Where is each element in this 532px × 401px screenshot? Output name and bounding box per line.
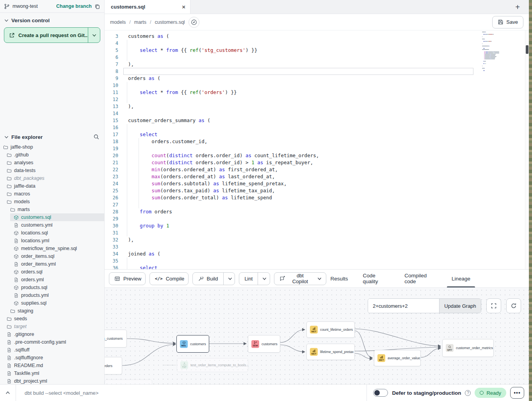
code-line-20[interactable]: 20 count(distinct orders.order_id) as co… [105, 152, 529, 159]
file-tree-item-metricflow-time-spine.sql[interactable]: metricflow_time_spine.sql [0, 245, 104, 252]
tab-customers-sql[interactable]: customers.sql × [105, 0, 190, 14]
lineage-node-stg_customers[interactable]: MDLstg_customers [105, 330, 127, 348]
panel-tab-code-quality[interactable]: Code quality [363, 270, 390, 287]
dbt-copilot-button[interactable]: dbt Copilot [274, 272, 326, 285]
code-line-34[interactable]: 34joined as ( [105, 250, 529, 257]
file-tree-item-customers.sql[interactable]: customers.sql [0, 213, 104, 221]
file-tree-item-order-items.sql[interactable]: order_items.sql [0, 252, 104, 260]
lineage-node-customer_order_metrics[interactable]: QRYcustomer_order_metrics [442, 339, 494, 357]
file-tree-item-readme.md[interactable]: README.md [0, 362, 104, 369]
code-line-15[interactable]: 15customer_orders_summary as ( [105, 117, 529, 124]
file-tree-item-.gitignore[interactable]: .gitignore [0, 330, 104, 338]
code-line-35[interactable]: 35 [105, 257, 529, 264]
create-pull-request-button[interactable]: Create a pull request on Git... [4, 27, 100, 43]
chevron-down-icon[interactable] [4, 135, 9, 140]
file-tree-item-analyses[interactable]: analyses [0, 159, 104, 167]
file-tree-item-supplies.sql[interactable]: supplies.sql [0, 299, 104, 307]
lint-dropdown-chevron[interactable] [258, 273, 270, 285]
file-tree-item-target[interactable]: target [0, 323, 104, 330]
code-editor[interactable]: 3customers as (45 select * from {{ ref('… [105, 30, 529, 269]
code-line-21[interactable]: 21 count(distinct orders.order_id) > 1 a… [105, 159, 529, 166]
lint-button[interactable]: Lint [239, 272, 270, 285]
file-tree-item-staging[interactable]: staging [0, 307, 104, 315]
file-tree-item-customers.yml[interactable]: customers.yml [0, 221, 104, 229]
code-line-29[interactable]: 29 [105, 215, 529, 222]
file-tree-item-products.yml[interactable]: products.yml [0, 291, 104, 299]
copilot-dropdown-chevron[interactable] [316, 273, 326, 285]
code-line-7[interactable]: 7), [105, 61, 529, 68]
command-input[interactable]: dbt build --select <model_name> [16, 385, 367, 401]
file-tree-item-seeds[interactable]: seeds [0, 315, 104, 323]
breadcrumb-models[interactable]: models [110, 20, 126, 25]
lineage-node-count_lifetime_orders[interactable]: METcount_lifetime_orders [306, 321, 355, 338]
code-line-14[interactable]: 14 [105, 110, 529, 117]
change-branch-link[interactable]: Change branch [56, 4, 92, 9]
code-line-27[interactable]: 27 [105, 201, 529, 208]
help-icon[interactable]: ? [465, 390, 471, 396]
file-tree-item-.sqlfluff[interactable]: .sqlfluff [0, 346, 104, 354]
close-icon[interactable]: × [182, 4, 185, 10]
update-graph-button[interactable]: Update Graph [439, 299, 481, 313]
lineage-panel[interactable]: Update Graph MDLstg_customersMDLordersMD… [105, 287, 529, 384]
file-tree-item-locations.sql[interactable]: locations.sql [0, 229, 104, 237]
code-line-10[interactable]: 10 [105, 82, 529, 89]
code-line-25[interactable]: 25 sum(orders.tax_paid) as lifetime_tax_… [105, 187, 529, 194]
code-line-8[interactable]: 8 [105, 68, 529, 75]
code-line-13[interactable]: 13), [105, 103, 529, 110]
lineage-node-orders[interactable]: MDLorders [105, 357, 122, 374]
panel-tab-lineage[interactable]: Lineage [452, 270, 470, 287]
code-line-22[interactable]: 22 min(orders.ordered_at) as first_order… [105, 166, 529, 173]
collapse-panel-button[interactable] [0, 385, 16, 401]
preview-button[interactable]: Preview [109, 272, 146, 285]
lineage-node-average_order_value[interactable]: METaverage_order_value [374, 350, 421, 366]
compile-button[interactable]: </>Compile [149, 272, 189, 285]
file-tree-item-orders.yml[interactable]: orders.yml [0, 276, 104, 284]
code-line-32[interactable]: 32), [105, 236, 529, 243]
lineage-node-customers-model[interactable]: MDLcustomers [176, 335, 209, 353]
file-tree-item-.github[interactable]: .github [0, 151, 104, 159]
file-tree-item-jaffle-data[interactable]: jaffle-data [0, 182, 104, 190]
editor-scrollbar[interactable] [525, 30, 529, 269]
file-tree-item-.sqlfluffignore[interactable]: .sqlfluffignore [0, 354, 104, 362]
code-line-31[interactable]: 31 [105, 229, 529, 236]
refresh-button[interactable] [506, 298, 521, 313]
search-icon[interactable] [93, 134, 100, 140]
defer-toggle[interactable] [373, 389, 388, 397]
file-tree-item-jaffle-shop[interactable]: jaffle-shop [0, 143, 104, 151]
file-tree-item-dbt-project.yml[interactable]: dbt_project.yml [0, 377, 104, 384]
minimap[interactable] [481, 30, 512, 80]
file-tree-item-dbt-packages[interactable]: dbt_packages [0, 174, 104, 182]
code-line-18[interactable]: 18 orders.customer_id, [105, 138, 529, 145]
code-line-36[interactable]: 36 select [105, 264, 529, 269]
file-tree-item-orders.sql[interactable]: orders.sql [0, 268, 104, 276]
lineage-node-customers-semantic[interactable]: SEMcustomers [248, 335, 280, 353]
code-line-23[interactable]: 23 max(orders.ordered_at) as last_ordere… [105, 173, 529, 180]
breadcrumb-marts[interactable]: marts [134, 20, 146, 25]
file-navigate-button[interactable] [189, 17, 199, 28]
file-tree-item-order-items.yml[interactable]: order_items.yml [0, 260, 104, 268]
breadcrumb-file[interactable]: customers.sql [155, 20, 185, 25]
more-options-button[interactable]: ••• [510, 387, 524, 399]
code-line-5[interactable]: 5 select * from {{ ref('stg_customers') … [105, 47, 529, 54]
fullscreen-button[interactable] [486, 298, 501, 313]
code-line-9[interactable]: 9orders as ( [105, 75, 529, 82]
file-tree-item-locations.yml[interactable]: locations.yml [0, 237, 104, 245]
file-tree-item-products.sql[interactable]: products.sql [0, 284, 104, 291]
code-line-33[interactable]: 33 [105, 243, 529, 250]
code-line-6[interactable]: 6 [105, 54, 529, 61]
file-tree-item-.pre-commit-config.yaml[interactable]: .pre-commit-config.yaml [0, 338, 104, 346]
file-tree-item-models[interactable]: models [0, 198, 104, 206]
panel-tab-results[interactable]: Results [330, 270, 348, 287]
code-line-11[interactable]: 11 select * from {{ ref('orders') }} [105, 89, 529, 96]
code-line-16[interactable]: 16 [105, 124, 529, 131]
file-tree-item-marts[interactable]: marts [0, 206, 104, 213]
build-dropdown-chevron[interactable] [223, 273, 235, 285]
code-line-26[interactable]: 26 sum(orders.order_total) as lifetime_s… [105, 194, 529, 201]
file-tree-item-taskfile.yml[interactable]: Taskfile.yml [0, 369, 104, 377]
code-line-17[interactable]: 17 select [105, 131, 529, 138]
save-button[interactable]: Save [492, 16, 523, 28]
chevron-down-icon[interactable] [4, 18, 9, 23]
code-line-3[interactable]: 3customers as ( [105, 33, 529, 40]
code-line-12[interactable]: 12 [105, 96, 529, 103]
scrollbar-thumb[interactable] [526, 45, 528, 54]
